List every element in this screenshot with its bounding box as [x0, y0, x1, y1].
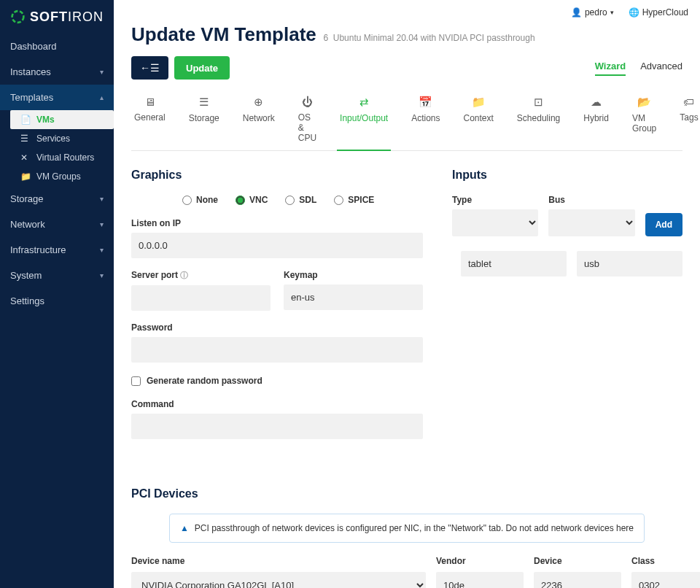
pci-col-vendor: Vendor: [436, 556, 524, 566]
view-advanced[interactable]: Advanced: [640, 61, 682, 76]
back-button[interactable]: ←☰: [131, 56, 168, 80]
folder-open-icon: 📂: [637, 96, 651, 109]
help-icon[interactable]: ⓘ: [180, 271, 188, 279]
password-input[interactable]: [131, 337, 423, 363]
logo-icon: [10, 9, 26, 25]
chevron-down-icon: ▾: [100, 246, 104, 254]
pci-class-input[interactable]: [631, 572, 700, 588]
graphics-spice[interactable]: SPICE: [334, 195, 374, 205]
command-label: Command: [131, 399, 423, 409]
generate-password-checkbox[interactable]: [131, 376, 141, 386]
listen-ip-input[interactable]: [131, 233, 423, 258]
back-list-icon: ←☰: [140, 62, 160, 74]
input-bus-label: Bus: [548, 195, 634, 205]
tab-storage[interactable]: ☰Storage: [186, 90, 222, 150]
nav-system[interactable]: System▾: [0, 263, 114, 288]
globe-icon: ⊕: [254, 96, 263, 109]
pci-col-name: Device name: [131, 556, 426, 566]
pci-device-input[interactable]: [534, 572, 621, 588]
input-bus-select[interactable]: [548, 209, 634, 236]
chevron-up-icon: ▴: [100, 93, 104, 101]
warning-icon: ▲: [180, 523, 189, 533]
file-icon: 📄: [20, 115, 32, 125]
user-icon: 👤: [571, 7, 582, 18]
tab-vmgroup[interactable]: 📂VM Group: [629, 90, 659, 150]
nav-templates-vms[interactable]: 📄VMs: [10, 110, 114, 129]
nav-dashboard[interactable]: Dashboard: [0, 34, 114, 59]
inputs-heading: Inputs: [452, 169, 682, 182]
topbar: 👤pedro▾ 🌐HyperCloud: [114, 0, 700, 18]
brand-iron: IRON: [68, 9, 104, 25]
brand-soft: SOFT: [30, 9, 68, 25]
nav-templates-vrouters[interactable]: ✕Virtual Routers: [10, 148, 114, 167]
user-menu[interactable]: 👤pedro▾: [571, 7, 614, 18]
keymap-input[interactable]: [284, 285, 423, 310]
input-type-label: Type: [452, 195, 538, 205]
cloud-menu[interactable]: 🌐HyperCloud: [629, 7, 688, 18]
input-type-select[interactable]: [452, 209, 538, 236]
section-tabs: 🖥General ☰Storage ⊕Network ⏻OS & CPU ⇄In…: [131, 90, 682, 151]
server-port-input[interactable]: [131, 285, 271, 311]
tab-oscpu[interactable]: ⏻OS & CPU: [295, 90, 319, 150]
tab-network[interactable]: ⊕Network: [240, 90, 278, 150]
nav-infrastructure[interactable]: Infrastructure▾: [0, 237, 114, 263]
nav-instances[interactable]: Instances▾: [0, 59, 114, 85]
template-id: 6: [323, 33, 328, 43]
page-title: Update VM Template: [131, 23, 316, 45]
tab-hybrid[interactable]: ☁Hybrid: [580, 90, 612, 150]
keymap-label: Keymap: [284, 270, 423, 280]
tab-scheduling[interactable]: ⊡Scheduling: [514, 90, 563, 150]
disk-icon: ☰: [199, 96, 209, 109]
folder-icon: 📁: [20, 171, 32, 182]
monitor-icon: 🖥: [144, 96, 155, 108]
template-name: Ubuntu Minimal 20.04 with NVIDIA PCI pas…: [333, 33, 535, 43]
chevron-down-icon: ▾: [100, 271, 104, 279]
chevron-down-icon: ▾: [100, 68, 104, 76]
listen-ip-label: Listen on IP: [131, 218, 423, 228]
sitemap-icon: ⊡: [534, 96, 543, 109]
tag-icon: 🏷: [683, 96, 694, 108]
cloud-icon: ☁: [591, 96, 602, 109]
tab-actions[interactable]: 📅Actions: [408, 90, 443, 150]
tab-io[interactable]: ⇄Input/Output: [337, 90, 391, 151]
nav-network[interactable]: Network▾: [0, 212, 114, 237]
generate-password-label: Generate random password: [147, 376, 262, 386]
graphics-heading: Graphics: [131, 169, 423, 182]
input-entry-type: tablet: [461, 251, 567, 276]
pci-alert: ▲ PCI passthrough of network devices is …: [169, 514, 645, 543]
exchange-icon: ⇄: [359, 96, 369, 109]
pci-col-class: Class: [631, 556, 700, 566]
nav-templates-services[interactable]: ☰Services: [10, 129, 114, 148]
nav-templates[interactable]: Templates▴: [0, 85, 114, 110]
command-input[interactable]: [131, 414, 423, 439]
calendar-icon: 📅: [419, 96, 432, 109]
nav-templates-vmgroups[interactable]: 📁VM Groups: [10, 167, 114, 186]
tab-general[interactable]: 🖥General: [131, 90, 168, 150]
update-button[interactable]: Update: [174, 56, 230, 80]
server-port-label: Server port ⓘ: [131, 270, 271, 281]
add-input-button[interactable]: Add: [645, 213, 682, 236]
power-icon: ⏻: [302, 96, 313, 108]
svg-point-0: [12, 11, 24, 23]
pci-device-select[interactable]: NVIDIA Corporation GA102GL [A10]: [131, 572, 426, 588]
nav-settings[interactable]: Settings: [0, 288, 114, 314]
tab-context[interactable]: 📁Context: [461, 90, 497, 150]
pci-heading: PCI Devices: [131, 487, 682, 500]
pci-vendor-input[interactable]: [436, 572, 524, 588]
list-icon: ☰: [20, 134, 32, 144]
graphics-sdl[interactable]: SDL: [285, 195, 316, 205]
folder-icon: 📁: [472, 96, 486, 109]
pci-col-device: Device: [534, 556, 621, 566]
graphics-none[interactable]: None: [182, 195, 218, 205]
chevron-down-icon: ▾: [100, 220, 104, 228]
password-label: Password: [131, 322, 423, 333]
tab-tags[interactable]: 🏷Tags: [677, 90, 700, 150]
logo: SOFTIRON: [0, 0, 114, 34]
chevron-down-icon: ▾: [100, 195, 104, 203]
view-wizard[interactable]: Wizard: [595, 61, 626, 76]
graphics-vnc[interactable]: VNC: [236, 195, 268, 205]
sidebar: SOFTIRON Dashboard Instances▾ Templates▴…: [0, 0, 114, 588]
nav-storage[interactable]: Storage▾: [0, 186, 114, 212]
input-entry-bus: usb: [577, 251, 682, 276]
chevron-down-icon: ▾: [610, 9, 614, 16]
